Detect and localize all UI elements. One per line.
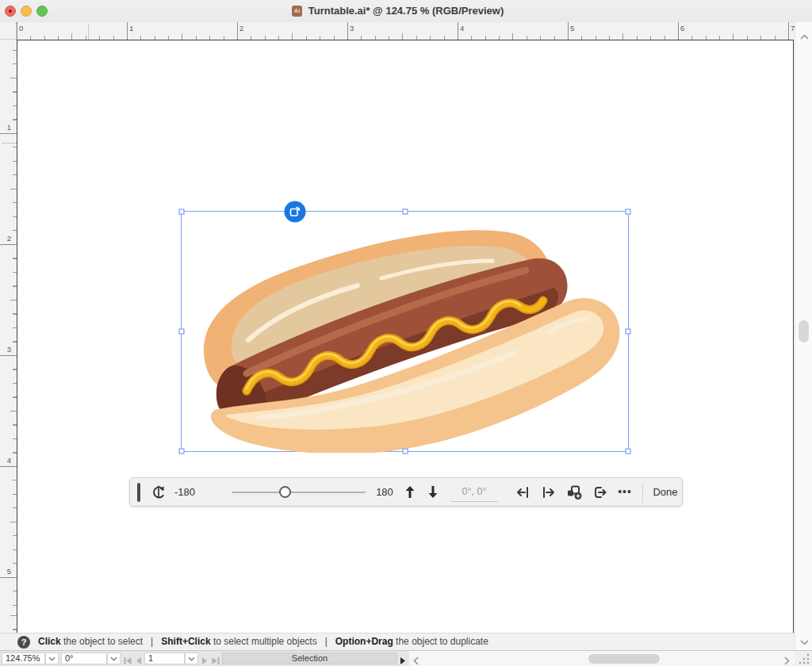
rotation-slider-knob[interactable]	[279, 486, 291, 498]
last-page-button[interactable]	[211, 654, 220, 666]
rotate-up-button[interactable]	[400, 478, 419, 506]
hint-bar: ? Click the object to select | Shift+Cli…	[0, 633, 795, 650]
first-page-icon	[123, 656, 132, 665]
selection-handle-bottom-center[interactable]	[402, 449, 408, 454]
ruler-origin-corner[interactable]	[0, 22, 17, 40]
toolbar-drag-handle[interactable]	[137, 483, 140, 502]
vertical-scrollbar[interactable]	[795, 22, 812, 650]
selection-handle-top-center[interactable]	[402, 209, 408, 215]
scroll-right-icon[interactable]	[784, 654, 790, 666]
scroll-down-icon[interactable]	[800, 634, 809, 649]
chevron-down-icon	[110, 656, 117, 661]
done-button[interactable]: Done	[647, 478, 684, 506]
tool-mode-status: Selection	[222, 653, 397, 664]
selection-handle-top-right[interactable]	[626, 209, 631, 215]
next-page-icon	[201, 656, 209, 665]
selection-handle-bottom-right[interactable]	[626, 449, 631, 454]
rotate-down-button[interactable]	[423, 478, 442, 506]
next-page-button[interactable]	[201, 654, 209, 666]
hot-dog-illustration[interactable]	[182, 212, 630, 453]
horizontal-scrollbar-thumb[interactable]	[588, 654, 660, 664]
selection-handle-top-left[interactable]	[179, 209, 185, 215]
slider-max-label: 180	[371, 478, 398, 506]
first-page-button[interactable]	[123, 654, 132, 666]
snap-to-start-button[interactable]	[513, 478, 532, 506]
arrow-to-left-bar-icon	[515, 484, 530, 500]
chevron-down-icon	[188, 656, 195, 661]
arrow-up-icon	[404, 484, 416, 500]
window-resize-grip[interactable]	[795, 651, 812, 666]
horizontal-ruler: 01234567	[17, 22, 795, 40]
horizontal-scrollbar[interactable]	[409, 651, 795, 666]
rotate-object-badge[interactable]	[285, 201, 306, 223]
bar-to-right-arrow-icon	[541, 484, 557, 500]
hint-text: Click the object to select | Shift+Click…	[38, 633, 488, 651]
rotate-square-icon	[289, 206, 301, 218]
previous-page-icon	[135, 656, 142, 665]
slider-min-label: -180	[170, 478, 200, 506]
v-ruler-half-ticks	[10, 40, 17, 633]
rotation-angle-dropdown[interactable]	[107, 653, 121, 664]
window-title: Turntable.ai* @ 124.75 % (RGB/Preview)	[0, 0, 812, 22]
rotate-axis-icon	[149, 478, 168, 506]
h-ruler-cursor-indicator	[88, 25, 89, 40]
v-ruler-cursor-indicator	[2, 143, 17, 144]
bottom-status-bar: 124.75% 0° 1 Selection	[0, 650, 812, 666]
previous-page-button[interactable]	[135, 654, 142, 666]
export-arrow-icon	[592, 484, 608, 500]
export-object-button[interactable]	[591, 478, 610, 506]
rotation-angle-field[interactable]: 0°	[61, 653, 107, 664]
rotation-toolbar: -180 180 0°, 0°	[129, 477, 683, 507]
arrow-down-icon	[427, 484, 439, 500]
duplicate-object-button[interactable]	[565, 478, 584, 506]
scroll-up-icon[interactable]	[800, 29, 809, 43]
selection-handle-middle-right[interactable]	[626, 329, 631, 335]
selection-bounding-box	[181, 211, 629, 452]
selection-handle-bottom-left[interactable]	[179, 449, 185, 454]
page-number-dropdown[interactable]	[185, 653, 198, 664]
angle-value-field[interactable]: 0°, 0°	[450, 483, 498, 502]
page-number-field[interactable]: 1	[144, 653, 185, 664]
expand-arrow-icon	[400, 656, 406, 665]
toolbar-divider	[642, 483, 643, 503]
app-window: Ai Turntable.ai* @ 124.75 % (RGB/Preview…	[0, 0, 812, 666]
last-page-icon	[211, 656, 220, 665]
help-icon[interactable]: ?	[17, 636, 30, 649]
zoom-level-field[interactable]: 124.75%	[2, 653, 45, 664]
more-options-button[interactable]: •••	[615, 478, 634, 506]
selection-handle-middle-left[interactable]	[179, 329, 185, 335]
snap-to-end-button[interactable]	[539, 478, 558, 506]
vertical-ruler: 12345	[0, 40, 17, 633]
scroll-left-icon[interactable]	[413, 654, 419, 666]
vertical-scrollbar-thumb[interactable]	[799, 320, 809, 343]
chevron-down-icon	[48, 656, 56, 661]
title-bar: Ai Turntable.ai* @ 124.75 % (RGB/Preview…	[0, 0, 812, 23]
zoom-level-dropdown[interactable]	[45, 653, 59, 664]
duplicate-plus-icon	[565, 484, 583, 500]
status-panel-expander[interactable]	[400, 654, 406, 666]
rotation-slider-track[interactable]	[232, 492, 366, 493]
